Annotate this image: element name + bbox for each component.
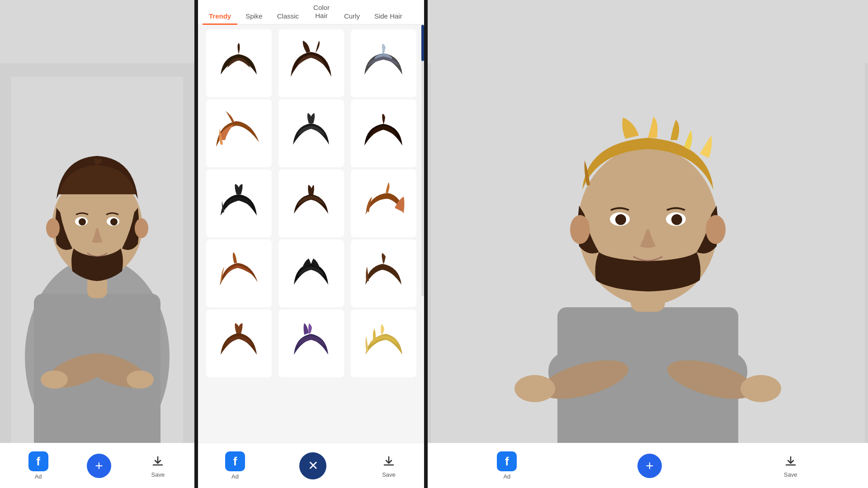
scroll-bar[interactable] <box>421 25 424 296</box>
svg-point-29 <box>615 214 626 225</box>
tab-color-hair[interactable]: Color Hair <box>307 0 336 25</box>
hair-style-15[interactable] <box>351 310 416 377</box>
svg-point-30 <box>671 214 682 225</box>
right-ad-button[interactable]: f Ad <box>497 451 517 480</box>
svg-point-15 <box>110 218 118 225</box>
hair-row-4 <box>198 239 424 307</box>
right-facebook-icon[interactable]: f <box>497 451 517 471</box>
right-save-icon[interactable] <box>783 453 799 469</box>
left-save-button[interactable]: Save <box>150 453 166 478</box>
hair-style-3[interactable] <box>351 29 416 97</box>
right-person-image <box>428 63 868 479</box>
tab-side-hair[interactable]: Side Hair <box>368 9 409 25</box>
hair-style-14[interactable] <box>278 310 344 377</box>
center-save-icon[interactable] <box>381 453 397 469</box>
left-panel: f Ad + Save <box>0 0 194 488</box>
scroll-thumb <box>421 25 424 61</box>
svg-point-17 <box>135 218 148 238</box>
svg-point-9 <box>127 371 154 389</box>
left-facebook-icon[interactable]: f <box>28 451 48 471</box>
hair-style-2[interactable] <box>278 29 344 97</box>
right-panel: f Ad + Save <box>428 0 868 488</box>
svg-point-8 <box>41 371 68 389</box>
hair-style-13[interactable] <box>206 310 272 377</box>
svg-point-23 <box>514 375 555 402</box>
left-add-button[interactable]: + <box>87 454 111 478</box>
tab-spike[interactable]: Spike <box>239 9 269 25</box>
left-save-label: Save <box>151 471 165 478</box>
tab-classic[interactable]: Classic <box>271 9 305 25</box>
hair-style-7[interactable] <box>206 169 272 237</box>
svg-point-24 <box>741 375 781 402</box>
hair-style-8[interactable] <box>278 169 344 237</box>
center-save-label: Save <box>382 471 396 478</box>
hair-style-1[interactable] <box>206 29 272 97</box>
svg-point-16 <box>46 218 60 238</box>
svg-point-14 <box>79 218 86 225</box>
right-bottom-bar: f Ad + Save <box>428 443 868 488</box>
hair-category-tabs: Trendy Spike Classic Color Hair Curly Si… <box>198 0 424 25</box>
hair-row-5 <box>198 310 424 377</box>
right-save-button[interactable]: Save <box>783 453 799 478</box>
left-ad-label: Ad <box>35 473 42 480</box>
left-bottom-bar: f Ad + Save <box>0 443 194 488</box>
left-divider <box>194 0 198 488</box>
hair-style-11[interactable] <box>278 239 344 307</box>
hair-row-3 <box>198 169 424 237</box>
left-plus-icon[interactable]: + <box>87 454 111 478</box>
hair-row-2 <box>198 99 424 167</box>
svg-point-31 <box>570 215 590 244</box>
svg-point-32 <box>706 215 726 244</box>
right-save-label: Save <box>784 471 797 478</box>
hair-style-12[interactable] <box>351 239 416 307</box>
hair-style-grid <box>198 25 424 443</box>
center-facebook-icon[interactable]: f <box>225 451 245 471</box>
center-ad-button[interactable]: f Ad <box>225 451 245 480</box>
center-save-button[interactable]: Save <box>381 453 397 478</box>
center-bottom-bar: f Ad ✕ Save <box>198 443 424 488</box>
right-ad-label: Ad <box>503 473 510 480</box>
close-button[interactable]: ✕ <box>299 452 326 479</box>
right-plus-icon[interactable]: + <box>637 454 662 478</box>
center-ad-label: Ad <box>231 473 239 480</box>
tab-curly[interactable]: Curly <box>338 9 366 25</box>
right-divider <box>424 0 428 488</box>
left-ad-button[interactable]: f Ad <box>28 451 48 480</box>
hair-style-6[interactable] <box>351 99 416 167</box>
left-person-image <box>0 63 194 479</box>
center-panel: Trendy Spike Classic Color Hair Curly Si… <box>198 0 424 488</box>
hair-style-4[interactable] <box>206 99 272 167</box>
hair-row-1 <box>198 29 424 97</box>
hair-style-9[interactable] <box>351 169 416 237</box>
left-save-icon[interactable] <box>150 453 166 469</box>
hair-style-10[interactable] <box>206 239 272 307</box>
right-add-button[interactable]: + <box>637 454 662 478</box>
hair-style-5[interactable] <box>278 99 344 167</box>
tab-trendy[interactable]: Trendy <box>203 9 237 25</box>
